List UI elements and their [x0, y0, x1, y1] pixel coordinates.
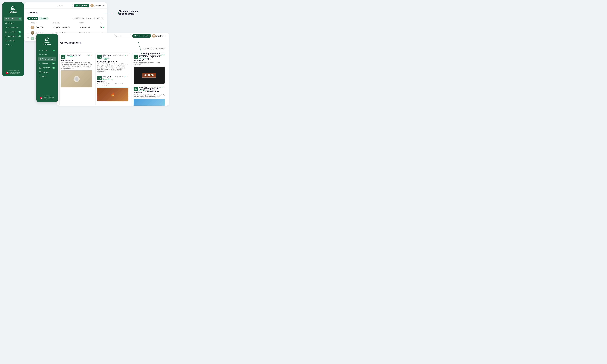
home-icon-2	[103, 58, 104, 59]
delete-icon-5[interactable]	[163, 87, 165, 89]
ann-card-3-body: Office closed Office will be closed on M…	[132, 60, 166, 85]
front-brand-logo-icon	[44, 36, 50, 42]
delete-icon-1[interactable]	[91, 55, 92, 56]
front-building-icon	[39, 71, 41, 73]
sidebar-item-team[interactable]: Team	[4, 43, 22, 47]
ann-user-chip[interactable]: AG Alan Green	[152, 34, 166, 38]
ann-search-placeholder: Search	[118, 35, 122, 37]
ann-title: Announcements	[60, 41, 81, 44]
ann-card-4-logo	[97, 76, 102, 80]
ann-card-4-meta: Smart Living Properties Algonquin Place	[102, 76, 115, 80]
front-marketplace-label: Marketplace	[42, 67, 51, 69]
front-sidebar-notices[interactable]: Notices	[38, 53, 56, 57]
ann-card-1-header: Smart Living Properties Woodroffe Place …	[60, 53, 94, 60]
tenants-label: Tenants	[8, 18, 13, 20]
edit-icon-2[interactable]	[125, 55, 126, 56]
ann-search-box[interactable]: Search	[114, 34, 131, 38]
front-users-icon	[39, 49, 41, 51]
tenants-header: Tenants	[24, 9, 107, 16]
sidebar-item-marketplace[interactable]: Marketplace 10	[4, 34, 22, 38]
front-marketplace-badge: 10	[53, 67, 55, 68]
ann-filter-row: All time All buildings	[57, 46, 169, 51]
tenant-actions: All buildings Export Deactivate	[73, 17, 104, 20]
sidebar-back: SMART LIVINGPROPERTIES Tenants 4 Notices…	[2, 2, 24, 77]
tab-active-label: Active	[29, 18, 33, 19]
ann-actions-5	[161, 87, 165, 89]
edit-icon-3[interactable]	[161, 55, 163, 56]
annotation-dot-3	[143, 90, 144, 91]
tab-active[interactable]: Active 1060	[27, 17, 38, 20]
building-ann-icon	[154, 48, 155, 49]
bbq-emoji: 🔥	[111, 92, 115, 97]
delete-icon-4[interactable]	[127, 76, 128, 77]
svg-rect-25	[103, 59, 104, 59]
sidebar-item-announcements[interactable]: Announcements	[4, 26, 22, 30]
sidebar-item-buildings[interactable]: Buildings	[4, 39, 22, 43]
svg-rect-27	[139, 58, 140, 59]
front-algonquin-a: A	[40, 97, 42, 99]
svg-rect-22	[154, 48, 155, 49]
export-button[interactable]: Export	[86, 17, 93, 20]
sidebar-front: SMART LIVINGPROPERTIES Tenants 4 Notices…	[36, 34, 58, 102]
edit-icon-1[interactable]	[89, 55, 90, 56]
filter-time-button[interactable]: All time	[142, 47, 152, 50]
search-icon	[57, 5, 58, 6]
ann-logo-icon-4	[98, 77, 101, 79]
svg-rect-23	[66, 57, 67, 57]
delete-icon-3[interactable]	[163, 55, 165, 56]
manage-new-button[interactable]: 4 Manage new	[74, 4, 89, 7]
brand-name: SMART LIVINGPROPERTIES	[9, 11, 17, 13]
bell-icon	[5, 22, 7, 24]
filter-ann-buildings-button[interactable]: All buildings	[153, 47, 166, 50]
ann-panel-header: Announcements	[57, 39, 169, 46]
filter-buildings-button[interactable]: All buildings	[73, 17, 86, 20]
ann-card-3: Smart Living Properties 179 Henderson Mo…	[132, 53, 166, 105]
users-icon	[5, 18, 7, 20]
ann-bbq-text: Qui qui autem cupiditate. Exercitationem…	[97, 83, 129, 87]
front-sidebar-marketplace[interactable]: Marketplace 10	[38, 66, 56, 70]
front-sidebar-buildings[interactable]: Buildings	[38, 70, 56, 74]
table-row: TG Tracey Green treyceyg7426@hotmail.com…	[24, 25, 107, 30]
front-person-icon	[39, 76, 41, 78]
sidebar-item-notices[interactable]: Notices	[4, 21, 22, 25]
home-icon-4	[103, 79, 104, 80]
sidebar-item-newsfeed[interactable]: Newsfeed 10	[4, 30, 22, 34]
front-sidebar-tenants[interactable]: Tenants 4	[38, 48, 56, 52]
new-announcement-button[interactable]: + New announcement	[132, 34, 151, 38]
delete-icon-2[interactable]	[127, 55, 128, 56]
tab-inactive[interactable]: Inactive 5	[39, 17, 49, 20]
edit-icon-4[interactable]	[125, 76, 126, 77]
ann-card-2-logo	[97, 55, 102, 59]
tenants-search-box[interactable]: Search	[56, 4, 73, 7]
deactivate-button[interactable]: Deactivate	[94, 17, 104, 20]
front-sidebar-announcements[interactable]: Announcements	[38, 57, 56, 61]
front-sidebar-team[interactable]: Team	[38, 75, 56, 79]
filter-buildings-label: All buildings	[76, 18, 83, 19]
user-profile-chip[interactable]: AG Alan Green	[90, 4, 105, 7]
edit-icon-5[interactable]	[161, 87, 163, 89]
algonquin-logo: A ALGONQUIN COLLEGE Data Analytics Centr…	[4, 72, 22, 74]
sidebar-item-tenants[interactable]: Tenants 4	[4, 17, 22, 21]
row-checkbox-3[interactable]	[27, 38, 29, 39]
row-checkbox-2[interactable]	[27, 32, 29, 34]
store-icon	[5, 35, 7, 37]
svg-rect-11	[47, 40, 48, 41]
front-store-icon	[39, 67, 41, 69]
ann-building-2: Algonquin Place	[103, 57, 112, 60]
manage-new-label: Manage new	[79, 5, 87, 6]
newsfeed-label: Newsfeed	[8, 31, 15, 33]
svg-point-12	[40, 50, 40, 50]
front-sidebar-newsfeed[interactable]: Newsfeed 10	[38, 61, 56, 65]
ann-card-1-meta: Smart Living Properties Woodroffe Place	[66, 55, 87, 57]
annotation-1: Managing new andexisting tenants	[119, 10, 139, 15]
ann-card-2: Smart Living Properties Algonquin Place …	[96, 53, 130, 105]
building-icon	[5, 40, 7, 42]
col-unit: Unit	[100, 22, 107, 24]
sort-icon-name	[37, 23, 38, 23]
tenant-avatar-1: TG	[31, 26, 34, 29]
row-checkbox-1[interactable]	[27, 26, 29, 28]
tenant-name-2: Jacob Jones	[35, 32, 43, 34]
tab-inactive-label: Inactive	[40, 18, 46, 19]
front-rss-icon	[39, 63, 41, 65]
newsfeed-badge: 10	[18, 31, 21, 33]
